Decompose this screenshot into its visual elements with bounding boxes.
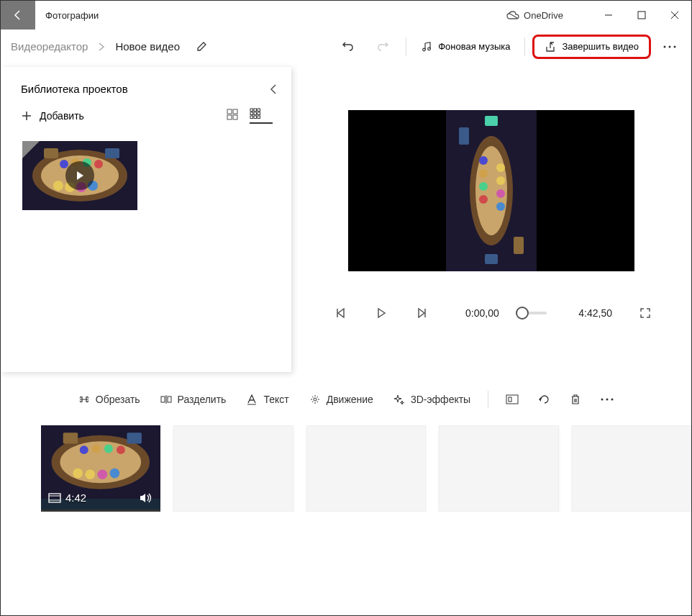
svg-rect-11: [250, 109, 253, 112]
svg-marker-52: [378, 309, 385, 317]
motion-icon: [309, 394, 321, 405]
volume-icon[interactable]: [139, 492, 153, 504]
onedrive-link[interactable]: OneDrive: [506, 10, 563, 21]
storyboard-placeholder[interactable]: [439, 425, 558, 512]
rotate-button[interactable]: [530, 389, 559, 409]
svg-point-59: [314, 398, 317, 401]
svg-rect-48: [485, 116, 498, 126]
view-small-button[interactable]: [250, 108, 273, 124]
svg-point-30: [94, 160, 103, 168]
clip-duration: 4:42: [65, 492, 86, 504]
text-icon: [246, 394, 258, 405]
svg-rect-31: [44, 148, 58, 158]
motion-button[interactable]: Движение: [301, 389, 382, 409]
storyboard-placeholder[interactable]: [572, 425, 691, 512]
project-library-panel: Библиотека проектов Добавить: [1, 67, 291, 372]
minimize-button[interactable]: [592, 1, 625, 30]
svg-rect-16: [258, 112, 260, 115]
svg-point-6: [674, 45, 676, 47]
aspect-icon: [506, 394, 519, 404]
svg-point-43: [496, 176, 505, 185]
collapse-library-button[interactable]: [270, 83, 277, 95]
svg-rect-60: [506, 395, 518, 404]
svg-rect-32: [105, 148, 119, 158]
svg-marker-53: [419, 309, 424, 317]
svg-point-5: [669, 45, 671, 47]
separator: [524, 37, 525, 56]
split-icon: [160, 394, 172, 405]
finish-video-button[interactable]: Завершить видео: [532, 35, 651, 59]
storyboard-placeholder[interactable]: [173, 425, 293, 512]
preview-panel: 0:00,00 4:42,50: [291, 64, 691, 372]
trim-button[interactable]: Обрезать: [70, 389, 149, 409]
split-button[interactable]: Разделить: [152, 389, 235, 409]
svg-rect-1: [638, 12, 645, 19]
svg-rect-47: [514, 237, 524, 254]
add-media-button[interactable]: Добавить: [21, 110, 84, 122]
storyboard: 4:42: [1, 418, 691, 512]
storyboard-clip[interactable]: 4:42: [41, 425, 160, 512]
view-large-button[interactable]: [227, 109, 250, 123]
svg-point-75: [104, 444, 113, 453]
svg-rect-56: [168, 397, 171, 402]
svg-point-63: [601, 399, 604, 401]
player-controls: 0:00,00 4:42,50: [291, 307, 691, 319]
text-button[interactable]: Текст: [237, 389, 297, 409]
svg-point-72: [110, 468, 120, 479]
svg-rect-19: [258, 116, 260, 119]
prev-frame-button[interactable]: [336, 308, 359, 318]
maximize-button[interactable]: [625, 1, 658, 30]
finish-label: Завершить видео: [562, 41, 639, 52]
svg-rect-79: [49, 494, 60, 502]
sparkle-icon: [393, 394, 405, 405]
svg-point-70: [85, 469, 95, 479]
3d-effects-button[interactable]: 3D-эффекты: [385, 389, 479, 409]
seek-slider[interactable]: [522, 312, 547, 314]
svg-rect-46: [459, 127, 469, 145]
svg-rect-49: [485, 254, 498, 264]
slider-thumb[interactable]: [516, 307, 529, 320]
next-frame-button[interactable]: [416, 308, 440, 318]
svg-point-3: [428, 47, 431, 50]
delete-button[interactable]: [562, 389, 589, 409]
preview-frame-art: [446, 110, 537, 271]
undo-button[interactable]: [332, 31, 364, 63]
chevron-right-icon: [98, 42, 105, 51]
svg-rect-77: [63, 432, 78, 443]
svg-point-64: [606, 399, 609, 401]
svg-point-41: [479, 195, 488, 204]
edit-title-button[interactable]: [196, 41, 207, 53]
trim-icon: [78, 394, 90, 405]
aspect-button[interactable]: [497, 390, 527, 409]
svg-rect-12: [254, 109, 257, 112]
back-button[interactable]: [1, 1, 35, 30]
current-time: 0:00,00: [465, 307, 499, 319]
svg-point-69: [73, 468, 83, 479]
library-title: Библиотека проектов: [21, 83, 128, 95]
svg-rect-10: [233, 115, 237, 119]
close-button[interactable]: [658, 1, 691, 30]
fullscreen-button[interactable]: [639, 307, 663, 319]
background-music-button[interactable]: Фоновая музыка: [414, 41, 517, 53]
storyboard-more-button[interactable]: [592, 394, 622, 405]
svg-point-73: [80, 445, 88, 454]
media-thumbnail[interactable]: [22, 141, 137, 210]
storyboard-placeholder[interactable]: [306, 425, 426, 512]
svg-rect-17: [250, 116, 253, 119]
titlebar: Фотографии OneDrive: [1, 1, 691, 30]
more-button[interactable]: [654, 31, 686, 63]
svg-point-40: [479, 182, 488, 191]
play-icon: [65, 161, 94, 190]
breadcrumb-root[interactable]: Видеоредактор: [11, 40, 88, 53]
3d-effects-label: 3D-эффекты: [411, 394, 470, 405]
separator: [406, 37, 406, 56]
svg-point-74: [92, 444, 101, 453]
total-time: 4:42,50: [578, 307, 612, 319]
rotate-icon: [539, 394, 550, 405]
redo-button[interactable]: [367, 31, 399, 63]
video-preview[interactable]: [348, 110, 634, 271]
svg-marker-62: [539, 397, 541, 402]
svg-point-4: [664, 45, 666, 47]
play-button[interactable]: [376, 308, 399, 318]
svg-point-76: [117, 445, 125, 454]
